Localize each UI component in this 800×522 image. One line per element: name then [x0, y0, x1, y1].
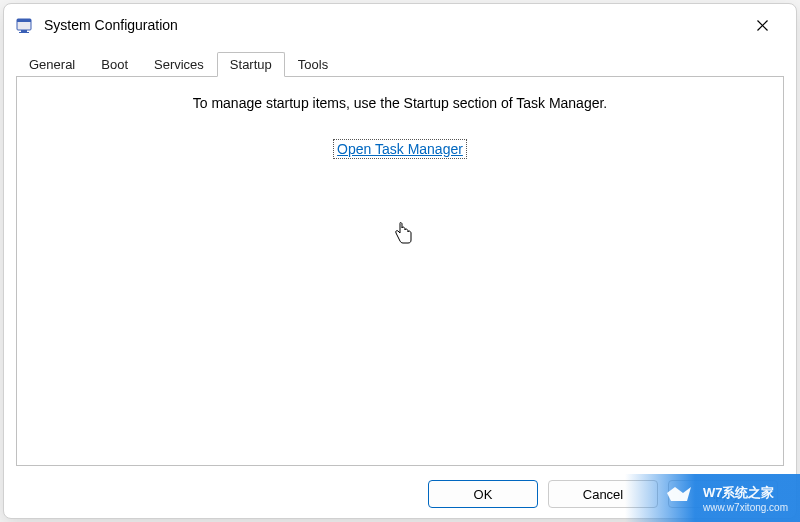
open-task-manager-link[interactable]: Open Task Manager	[333, 139, 467, 159]
tab-services[interactable]: Services	[141, 52, 217, 77]
msconfig-icon	[16, 16, 34, 34]
startup-message: To manage startup items, use the Startup…	[193, 95, 608, 111]
cursor-pointer-icon	[392, 222, 414, 251]
tab-boot[interactable]: Boot	[88, 52, 141, 77]
dialog-buttons: OK Cancel Apply	[4, 474, 796, 518]
tab-general[interactable]: General	[16, 52, 88, 77]
tab-startup[interactable]: Startup	[217, 52, 285, 77]
titlebar: System Configuration	[4, 4, 796, 46]
tab-strip: General Boot Services Startup Tools	[16, 52, 784, 76]
tabs-wrapper: General Boot Services Startup Tools	[4, 46, 796, 76]
tab-tools[interactable]: Tools	[285, 52, 341, 77]
close-icon	[757, 20, 768, 31]
window-frame: System Configuration General Boot Servic…	[3, 3, 797, 519]
apply-button[interactable]: Apply	[668, 480, 778, 508]
tab-content: To manage startup items, use the Startup…	[16, 76, 784, 466]
window-title: System Configuration	[44, 17, 730, 33]
svg-rect-1	[17, 19, 31, 22]
ok-button[interactable]: OK	[428, 480, 538, 508]
svg-rect-3	[19, 32, 29, 33]
cancel-button[interactable]: Cancel	[548, 480, 658, 508]
close-button[interactable]	[740, 10, 784, 40]
svg-rect-2	[21, 30, 27, 32]
